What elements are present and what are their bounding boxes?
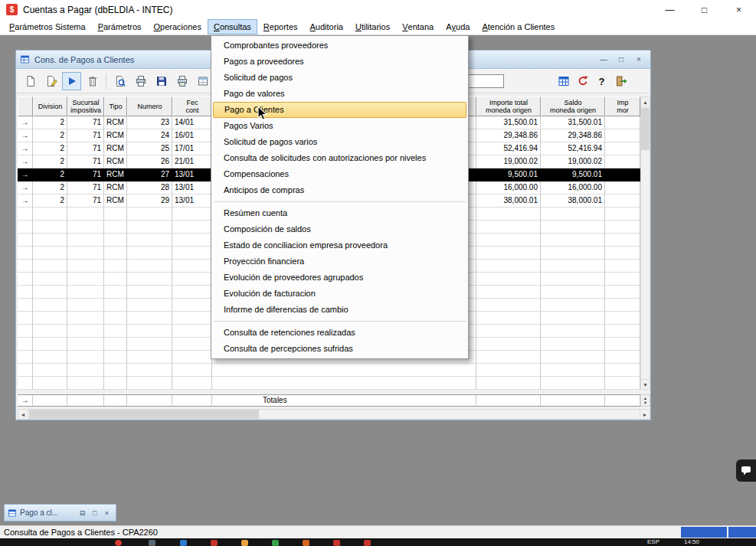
grid-cell-sucursal-impositiva[interactable]: 71 [67,129,104,142]
grid-cell-fecha[interactable]: 13/01 [172,168,212,181]
grid-cell-sucursal-impositiva[interactable]: 71 [67,155,104,168]
grid-cell-saldo[interactable]: 29,348.86 [541,129,605,142]
menu-item-evolucion-de-proveedores-agrupados[interactable]: Evolución de proveedores agrupados [211,270,468,286]
column-header-tipo[interactable]: Tipo [104,96,127,116]
menu-item-compensaciones[interactable]: Compensaciones [211,166,468,182]
menu-item-informe-de-diferencias-de-cambio[interactable]: Informe de diferencias de cambio [211,302,468,318]
grid-cell-saldo[interactable]: 9,500.01 [541,168,605,181]
grid-cell-division[interactable]: 2 [33,155,67,168]
grid-cell-sucursal-impositiva[interactable]: 71 [67,181,104,195]
run-button[interactable] [62,72,81,90]
grid-cell-tipo[interactable]: RCM [104,195,127,208]
grid-cell-tipo[interactable]: RCM [104,168,127,181]
menu-item-pago-de-valores[interactable]: Pago de valores [211,86,468,102]
grid-cell-importe-total[interactable]: 52,416.94 [476,142,541,155]
minimized-close-button[interactable]: × [101,507,113,518]
grid-cell-division[interactable]: 2 [33,142,67,155]
taskbar-icon[interactable] [303,540,309,546]
grid-cell-tipo[interactable]: RCM [104,181,127,195]
grid-cell-fecha[interactable]: 21/01 [172,155,212,168]
child-maximize-button[interactable]: □ [614,54,629,66]
menu-item-solicitud-de-pagos-varios[interactable]: Solicitud de pagos varios [211,134,468,150]
grid-cell-saldo[interactable]: 38,000.01 [541,195,605,208]
menubar-item-ventana[interactable]: Ventana [396,19,440,34]
grid-cell-numero[interactable]: 27 [127,168,172,181]
menu-item-solicitud-de-pagos[interactable]: Solicitud de pagos [211,70,468,86]
grid-cell-sucursal-impositiva[interactable]: 71 [67,116,104,129]
scroll-left-button[interactable]: ◄ [18,410,28,419]
grid-cell-fecha[interactable]: 13/01 [172,195,212,208]
minimized-restore-button[interactable]: ⊟ [77,507,88,518]
help-button[interactable]: ? [593,72,610,90]
column-header-division[interactable]: Division [33,96,67,116]
child-close-button[interactable]: × [631,54,646,66]
minimize-button[interactable]: — [653,0,687,19]
preview-button[interactable] [110,72,129,90]
menubar-item-operaciones[interactable]: Operaciones [148,19,208,34]
row-marker-cell[interactable]: → [18,168,33,181]
menu-item-estado-de-conciliacion-empresa-proveedora[interactable]: Estado de conciliacion empresa proveedor… [211,237,468,253]
chat-overlay-button[interactable] [736,459,756,482]
export-button[interactable] [193,72,212,90]
menubar-item-atencion-a-clientes[interactable]: Atención a Clientes [476,19,561,34]
row-marker-cell[interactable]: → [18,142,33,155]
vertical-scroll-thumb[interactable] [641,108,650,150]
save-button[interactable] [152,72,171,90]
grid-cell-importe2[interactable] [605,142,640,155]
taskbar-icon[interactable] [180,540,187,546]
exit-button[interactable] [612,72,630,90]
scroll-down-button[interactable]: ▼ [641,379,650,389]
grid-cell-numero[interactable]: 23 [127,116,172,129]
grid-cell-importe-total[interactable]: 9,500.01 [476,168,541,181]
row-marker-cell[interactable]: → [18,129,33,142]
scroll-up-button[interactable]: ▲ [641,97,650,107]
grid-cell-tipo[interactable]: RCM [104,116,127,129]
minimized-maximize-button[interactable]: □ [89,507,100,518]
menu-item-consulta-de-percepciones-sufridas[interactable]: Consulta de percepciones sufridas [211,341,468,357]
child-minimize-button[interactable]: — [596,54,611,66]
menu-item-comprobantes-proveedores[interactable]: Comprobantes proveedores [211,38,468,54]
taskbar-icon[interactable] [364,540,371,546]
menubar-item-reportes[interactable]: Reportes [257,19,304,34]
grid-cell-tipo[interactable]: RCM [104,129,127,142]
scroll-right-button[interactable]: ► [640,410,650,419]
menubar-item-parametros[interactable]: Parámetros [92,19,148,34]
grid-cell-numero[interactable]: 28 [127,181,172,195]
grid-cell-importe-total[interactable]: 31,500.01 [476,116,541,129]
horizontal-scrollbar[interactable]: ◄ ► [18,409,650,420]
grid-cell-importe-total[interactable]: 29,348.86 [476,129,541,142]
table-button[interactable] [555,72,572,90]
grid-cell-division[interactable]: 2 [33,168,67,181]
taskbar-icon[interactable] [241,540,248,546]
grid-cell-division[interactable]: 2 [33,195,67,208]
grid-cell-sucursal-impositiva[interactable]: 71 [67,168,104,181]
grid-cell-division[interactable]: 2 [33,116,67,129]
minimized-window[interactable]: Pago a cl... ⊟ □ × [4,504,116,521]
grid-cell-tipo[interactable]: RCM [104,142,127,155]
vertical-scrollbar[interactable]: ▲ ▼ [640,96,650,390]
horizontal-scroll-thumb[interactable] [29,410,259,419]
grid-cell-fecha[interactable]: 16/01 [172,129,212,142]
grid-cell-numero[interactable]: 25 [127,142,172,155]
taskbar-icon[interactable] [272,540,279,546]
grid-cell-importe2[interactable] [605,155,640,168]
grid-cell-sucursal-impositiva[interactable]: 71 [67,142,104,155]
grid-cell-importe2[interactable] [605,129,640,142]
grid-cell-saldo[interactable]: 16,000.00 [541,181,605,195]
menubar-item-utilitarios[interactable]: Utilitarios [349,19,396,34]
row-marker-cell[interactable]: → [18,155,33,168]
grid-cell-numero[interactable]: 24 [127,129,172,142]
new-button[interactable] [21,72,40,90]
taskbar-icon[interactable] [115,540,122,546]
grid-cell-importe2[interactable] [605,116,640,129]
grid-cell-importe2[interactable] [605,195,640,208]
grid-cell-division[interactable]: 2 [33,181,67,195]
grid-cell-saldo[interactable]: 52,416.94 [541,142,605,155]
column-header-numero[interactable]: Numero [127,96,172,116]
close-button[interactable]: × [722,0,756,19]
menu-item-pagos-varios[interactable]: Pagos Varios [211,118,468,134]
menu-item-consulta-de-retenciones-realizadas[interactable]: Consulta de retenciones realizadas [211,325,468,341]
print-button[interactable] [131,72,150,90]
menu-item-anticipos-de-compras[interactable]: Anticipos de compras [211,182,468,198]
row-marker-cell[interactable]: → [18,181,33,195]
